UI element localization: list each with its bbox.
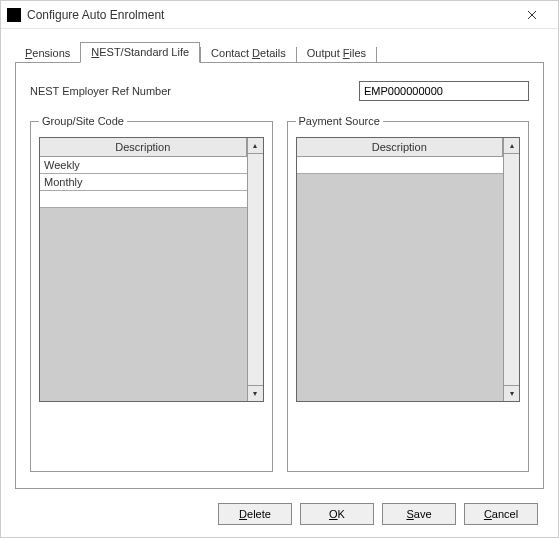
payment-source-grid-body: Description: [297, 138, 504, 401]
close-button[interactable]: [512, 3, 552, 27]
client-area: Pensions NEST/Standard Life Contact Deta…: [1, 29, 558, 537]
group-site-grid-body: Description WeeklyMonthly: [40, 138, 247, 401]
delete-button[interactable]: Delete: [218, 503, 292, 525]
payment-source-fieldset: Payment Source Description ▴ ▾: [287, 115, 530, 472]
tab-output-files[interactable]: Output Files: [297, 44, 376, 63]
scroll-up-button[interactable]: ▴: [504, 138, 519, 154]
table-row[interactable]: Monthly: [40, 174, 247, 191]
payment-source-scrollbar: ▴ ▾: [503, 138, 519, 401]
table-row-empty[interactable]: [297, 157, 504, 174]
app-icon: [7, 8, 21, 22]
window-title: Configure Auto Enrolment: [27, 8, 512, 22]
cancel-button[interactable]: Cancel: [464, 503, 538, 525]
group-site-grid-data[interactable]: WeeklyMonthly: [40, 157, 247, 401]
grid-header-description[interactable]: Description: [40, 138, 247, 157]
two-column: Group/Site Code Description WeeklyMonthl…: [30, 115, 529, 472]
window: Configure Auto Enrolment Pensions NEST/S…: [0, 0, 559, 538]
grid-header-row: Description: [297, 138, 504, 157]
scroll-down-button[interactable]: ▾: [504, 385, 519, 401]
employer-ref-label: NEST Employer Ref Number: [30, 85, 171, 97]
tab-panel: NEST Employer Ref Number Group/Site Code…: [15, 62, 544, 489]
titlebar: Configure Auto Enrolment: [1, 1, 558, 29]
table-row[interactable]: Weekly: [40, 157, 247, 174]
employer-ref-input[interactable]: [359, 81, 529, 101]
table-cell: Weekly: [40, 159, 247, 171]
save-button[interactable]: Save: [382, 503, 456, 525]
tab-pensions[interactable]: Pensions: [15, 44, 80, 63]
scroll-up-button[interactable]: ▴: [248, 138, 263, 154]
table-cell: Monthly: [40, 176, 247, 188]
scroll-down-button[interactable]: ▾: [248, 385, 263, 401]
payment-source-grid-data[interactable]: [297, 157, 504, 401]
group-site-code-fieldset: Group/Site Code Description WeeklyMonthl…: [30, 115, 273, 472]
close-icon: [527, 10, 537, 20]
ok-button[interactable]: OK: [300, 503, 374, 525]
group-site-scrollbar: ▴ ▾: [247, 138, 263, 401]
scroll-track[interactable]: [504, 154, 519, 385]
tab-strip: Pensions NEST/Standard Life Contact Deta…: [15, 41, 544, 63]
tab-nest-standard-life[interactable]: NEST/Standard Life: [80, 42, 200, 63]
button-row: Delete OK Save Cancel: [15, 499, 544, 527]
scroll-track[interactable]: [248, 154, 263, 385]
table-row-empty[interactable]: [40, 191, 247, 208]
tab-separator: [376, 47, 377, 63]
grid-header-row: Description: [40, 138, 247, 157]
group-site-code-legend: Group/Site Code: [39, 115, 127, 127]
group-site-grid: Description WeeklyMonthly ▴ ▾: [39, 137, 264, 402]
payment-source-legend: Payment Source: [296, 115, 383, 127]
grid-header-description[interactable]: Description: [297, 138, 504, 157]
tab-contact-details[interactable]: Contact Details: [201, 44, 296, 63]
employer-ref-row: NEST Employer Ref Number: [30, 81, 529, 101]
payment-source-grid: Description ▴ ▾: [296, 137, 521, 402]
